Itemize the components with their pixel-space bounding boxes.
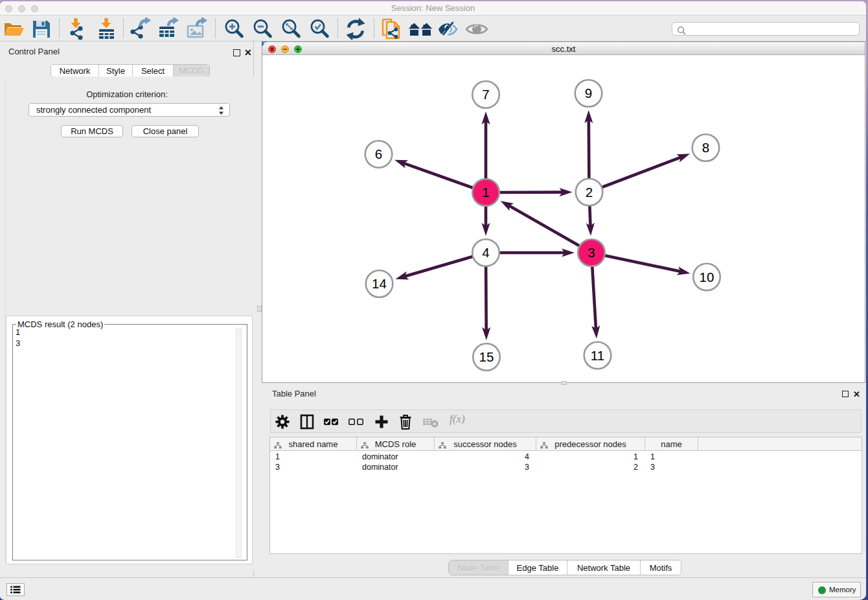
svg-text:7: 7: [482, 87, 489, 102]
svg-text:8: 8: [702, 140, 709, 155]
svg-text:1: 1: [482, 185, 489, 200]
svg-text:11: 11: [591, 348, 604, 363]
svg-text:9: 9: [585, 86, 592, 100]
svg-text:4: 4: [482, 245, 489, 260]
svg-text:3: 3: [588, 245, 595, 260]
svg-text:10: 10: [700, 270, 714, 284]
svg-text:14: 14: [372, 276, 387, 291]
svg-text:6: 6: [375, 146, 382, 161]
svg-text:2: 2: [586, 185, 593, 200]
svg-text:15: 15: [479, 349, 494, 364]
